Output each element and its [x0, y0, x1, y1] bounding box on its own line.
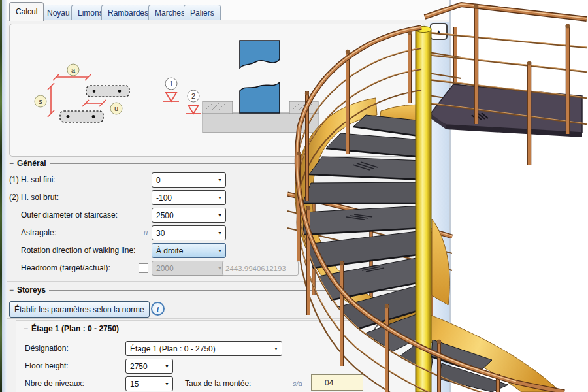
grid-icon: ▦	[372, 307, 379, 316]
collapse-up-button[interactable]: ⌃	[374, 323, 390, 340]
general-group-title: Général	[17, 159, 46, 168]
etage-group-header: − Étage 1 (Plan : 0 - 2750)	[24, 324, 421, 333]
chevron-down-icon: ▼	[218, 195, 222, 200]
designation-combo[interactable]: Étage 1 (Plan : 0 - 2750)▼	[125, 341, 282, 356]
chevron-down-icon: ▼	[274, 346, 278, 351]
scroll-up-button[interactable]: ▲	[430, 23, 448, 40]
general-group-header: − Général	[9, 159, 425, 168]
tab-calcul[interactable]: Calcul	[9, 2, 44, 21]
svg-text:s: s	[39, 97, 42, 105]
info-icon[interactable]: i	[151, 302, 165, 316]
tab-paliers[interactable]: Paliers	[184, 5, 221, 20]
rise-rate-field: 04	[311, 374, 363, 391]
levels-label: Nbre de niveaux:	[25, 376, 84, 391]
chevron-down-icon: ▼	[218, 178, 222, 182]
astragale-label: Astragale:	[21, 225, 56, 240]
level-2-marker	[186, 105, 201, 114]
designation-label: Désignation:	[25, 341, 69, 356]
dim-u-line	[82, 100, 106, 106]
tab-rambardes[interactable]: Rambardes	[101, 5, 155, 20]
level-1-marker	[163, 93, 179, 101]
headroom-target-combo: 2000▼	[152, 261, 226, 276]
storey-reorder-button[interactable]: ⇅	[348, 302, 366, 320]
chevron-down-icon: ▼	[218, 213, 222, 218]
chevron-down-icon: ▼	[218, 231, 222, 235]
levels-combo[interactable]: 15▼	[125, 376, 173, 391]
astragale-unit: u	[144, 229, 148, 237]
svg-text:u: u	[114, 105, 118, 112]
group-rule	[50, 163, 425, 164]
svg-text:1: 1	[169, 80, 173, 88]
arrows-up-down-icon: ⇅	[353, 307, 359, 316]
apply-norm-button[interactable]: Établir les paramètres selon la norme	[9, 301, 150, 318]
hsolfini-combo[interactable]: 0▼	[152, 172, 226, 188]
floor-height-combo[interactable]: 2750▼	[125, 359, 173, 374]
collapse-indicator[interactable]: −	[9, 286, 14, 295]
remove-storey-button[interactable]: ✕	[389, 323, 405, 340]
etage-group-title: Étage 1 (Plan : 0 - 2750)	[31, 324, 119, 333]
storeys-group-title: Storeys	[17, 286, 46, 295]
headroom-label: Headroom (target/actual):	[21, 261, 110, 276]
chevron-up-icon: ⌃	[379, 327, 385, 336]
outer-diameter-label: Outer diameter of staircase:	[21, 208, 118, 223]
rotation-direction-label: Rotation direction of walking line:	[21, 243, 135, 258]
rise-rate-unit: s/a	[293, 380, 302, 387]
rise-rate-label: Taux de la montée:	[185, 376, 251, 391]
step-dimension-diagram: a s u 1 2	[9, 24, 423, 155]
status-indicator-green	[406, 325, 412, 333]
section-divider	[7, 318, 429, 319]
floor-height-label: Floor height:	[25, 359, 69, 374]
arrow-up-icon: ▲	[436, 29, 442, 35]
chevron-down-icon: ▼	[165, 382, 169, 386]
chevron-down-icon: ▼	[218, 248, 222, 253]
headroom-actual-field: 2443.9940612193	[222, 261, 299, 276]
dim-s-line	[48, 83, 54, 117]
rotation-direction-combo[interactable]: À droite▼	[152, 243, 226, 258]
column-section	[240, 41, 280, 113]
hsolbrut-combo[interactable]: -100▼	[152, 190, 226, 205]
vertical-scrollbar[interactable]	[429, 22, 449, 392]
collapse-indicator[interactable]: −	[9, 159, 14, 168]
storey-list-button[interactable]: ▦	[367, 302, 385, 320]
3d-viewport[interactable]	[451, 0, 588, 392]
collapse-indicator[interactable]: −	[24, 324, 28, 333]
svg-text:a: a	[71, 66, 76, 74]
window-frame-edge	[2, 0, 7, 392]
astragale-combo[interactable]: 30▼	[152, 225, 226, 240]
svg-text:2: 2	[191, 92, 195, 100]
hsolfini-label: (1) H. sol fini:	[9, 172, 56, 188]
close-icon: ✕	[395, 329, 400, 335]
stair-calc-window: Calcul Noyau Limons Rambardes Marches Pa…	[0, 0, 588, 392]
side-toolbar-button[interactable]	[412, 321, 429, 338]
hsolbrut-label: (2) H. sol brut:	[9, 190, 59, 205]
chevron-down-icon: ▼	[165, 364, 169, 368]
group-rule	[49, 290, 425, 291]
headroom-checkbox[interactable]	[139, 263, 148, 273]
outer-diameter-combo[interactable]: 2500▼	[152, 208, 226, 223]
section-divider	[7, 281, 429, 282]
chevron-down-icon: ▼	[218, 266, 222, 270]
storeys-group-header: − Storeys	[9, 286, 425, 295]
